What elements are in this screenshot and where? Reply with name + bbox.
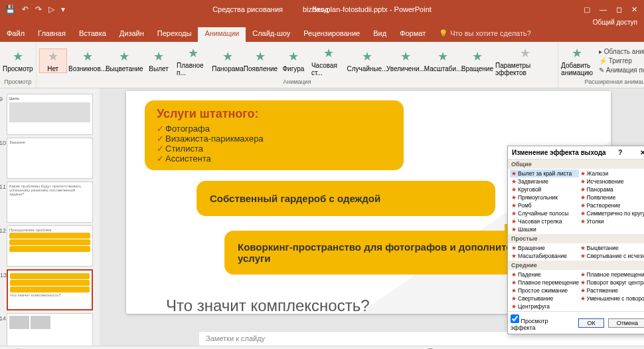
slide-thumbnails[interactable]: 9Цель 10Задание 11Какие проблемы будут п… — [0, 88, 100, 346]
eff-shrink-rot[interactable]: ★Уменьшение с поворотом — [579, 294, 645, 302]
thumb-11[interactable]: 11Какие проблемы будут препятствовать ус… — [7, 181, 93, 223]
tab-review[interactable]: Рецензирование — [297, 27, 366, 42]
ok-button[interactable]: ОК — [578, 318, 604, 328]
thumb-10[interactable]: 10Задание — [7, 138, 93, 179]
eff-float-up[interactable]: ★Плавное перемещение вверх — [579, 271, 645, 279]
share-button[interactable]: Общий доступ — [593, 19, 637, 26]
eff-collapse[interactable]: ★Свертывание — [510, 294, 579, 302]
start-slideshow-icon[interactable]: ▷ — [48, 5, 54, 14]
star-icon: ★ — [511, 295, 517, 302]
tab-home[interactable]: Главная — [31, 27, 72, 42]
anim-fade[interactable]: ★Выцветание — [108, 49, 141, 72]
star-icon: ★ — [511, 245, 517, 251]
services-box[interactable]: Услуги штатного: Фотографа Визажиста-пар… — [145, 100, 404, 170]
trigger-button[interactable]: ⚡ Триггер — [597, 57, 644, 65]
eff-float-down[interactable]: ★Плавное перемещение вниз — [510, 279, 579, 287]
eff-circle[interactable]: ★Круговой — [510, 185, 579, 193]
anim-grow[interactable]: ★Увеличени... — [389, 49, 423, 72]
anim-none[interactable]: ★Нет — [39, 49, 67, 73]
thumb-14[interactable]: 14 — [7, 313, 93, 346]
eff-stretch[interactable]: ★Растяжение — [579, 287, 645, 294]
anim-swivel[interactable]: ★Вращение — [463, 49, 491, 72]
animation-pane-button[interactable]: ▸ Область анимации — [597, 47, 644, 56]
close-icon[interactable]: ✕ — [631, 5, 637, 14]
eff-symmetric[interactable]: ★Симметрично по кругу — [579, 209, 645, 217]
eff-shrink[interactable]: ★Масштабирование — [510, 252, 579, 260]
star-icon: ★ — [48, 49, 58, 64]
add-animation-button[interactable]: ★Добавить анимацию — [561, 46, 593, 76]
anim-split[interactable]: ★Панорама — [214, 49, 242, 72]
eff-fade[interactable]: ★Выцветание — [579, 244, 645, 252]
eff-fly-out[interactable]: ★Вылет за край листа — [510, 170, 579, 177]
thumb-13[interactable]: 13Что значит комплексность? — [7, 269, 93, 310]
eff-diamond-rect[interactable]: ★Прямоугольник — [510, 193, 579, 201]
eff-panorama[interactable]: ★Панорама — [579, 185, 645, 193]
eff-split-diamond[interactable]: ★Ромб — [510, 201, 579, 209]
tab-file[interactable]: Файл — [0, 27, 31, 42]
eff-push[interactable]: ★Задвигание — [510, 177, 579, 185]
eff-centrifuge[interactable]: ★Центрифуга — [510, 302, 579, 310]
eff-disappear[interactable]: ★Исчезновение — [579, 177, 645, 185]
tab-format[interactable]: Формат — [393, 27, 432, 42]
thumb-12[interactable]: 12Преодоление проблем — [7, 225, 93, 267]
star-icon: ★ — [511, 178, 517, 185]
eff-fall[interactable]: ★Падение — [510, 271, 579, 279]
preview-effect-checkbox[interactable]: Просмотр эффекта — [511, 314, 570, 331]
anim-random[interactable]: ★Случайные... — [349, 49, 384, 72]
change-exit-effect-dialog: Изменение эффекта выхода ? ✕ Общие ★Выле… — [507, 146, 644, 334]
maximize-icon[interactable]: ◻ — [616, 5, 622, 14]
service-item: Фотографа — [157, 124, 392, 134]
eff-spin[interactable]: ★Поворот вокруг центра — [579, 279, 645, 287]
redo-icon[interactable]: ↷ — [35, 5, 42, 14]
star-icon: ★ — [580, 178, 586, 185]
star-icon: ★ — [580, 295, 586, 302]
star-icon: ★ — [511, 218, 517, 225]
close-dialog-icon[interactable]: ✕ — [640, 149, 644, 156]
eff-simple[interactable]: ★Простое сжимание — [510, 287, 579, 294]
eff-blinds[interactable]: ★Жалюзи — [579, 170, 645, 177]
eff-contract[interactable]: ★Вращение — [510, 244, 579, 252]
help-icon[interactable]: ? — [618, 149, 622, 156]
eff-clock[interactable]: ★Часовая стрелка — [510, 217, 579, 225]
eff-corners[interactable]: ★Уголки — [579, 217, 645, 225]
tab-slideshow[interactable]: Слайд-шоу — [246, 27, 297, 42]
contextual-tab-label: Средства рисования — [212, 5, 283, 13]
eff-zoom[interactable]: ★Свертывание с исчезновением — [579, 252, 645, 260]
group-preview: Просмотр — [4, 78, 31, 86]
wardrobe-box[interactable]: Собственный гардероб с одеждой — [197, 181, 495, 216]
ribbon-options-icon[interactable]: ▢ — [584, 5, 590, 14]
undo-icon[interactable]: ↶ — [22, 5, 29, 14]
effect-options[interactable]: ★Параметры эффектов — [495, 46, 555, 76]
minimize-icon[interactable]: — — [600, 5, 607, 13]
eff-checker[interactable]: ★Шашки — [510, 225, 579, 233]
tab-animations[interactable]: Анимации — [198, 27, 246, 42]
star-icon: ★ — [580, 253, 586, 259]
tab-insert[interactable]: Вставка — [72, 27, 113, 42]
eff-dissolve-appear[interactable]: ★Появление — [579, 193, 645, 201]
eff-random-bars[interactable]: ★Случайные полосы — [510, 209, 579, 217]
anim-zoom[interactable]: ★Масштаби... — [426, 49, 459, 72]
tab-view[interactable]: Вид — [366, 27, 393, 42]
tab-design[interactable]: Дизайн — [113, 27, 151, 42]
qat-more-icon[interactable]: ▾ — [61, 5, 65, 14]
star-icon: ★ — [511, 279, 517, 286]
anim-float-in[interactable]: ★Плавное п... — [177, 46, 210, 76]
anim-wipe[interactable]: ★Появление — [246, 49, 276, 72]
anim-shape[interactable]: ★Фигура — [280, 49, 307, 72]
preview-button[interactable]: ★ Просмотр — [3, 49, 33, 72]
service-item: Визажиста-парикмахера — [157, 134, 392, 144]
cancel-button[interactable]: Отмена — [608, 318, 644, 328]
anim-appear[interactable]: ★Возникнов... — [71, 49, 104, 72]
animation-painter-button[interactable]: ✎ Анимация по образцу — [597, 66, 644, 74]
anim-wheel[interactable]: ★Часовая ст... — [311, 46, 345, 76]
star-icon: ★ — [511, 170, 517, 177]
eff-dissolve[interactable]: ★Растворение — [579, 201, 645, 209]
slide-question[interactable]: Что значит комплексность? — [166, 296, 370, 314]
tell-me[interactable]: 💡 Что вы хотите сделать? — [432, 27, 538, 42]
anim-fly-in[interactable]: ★Вылет — [145, 49, 173, 72]
star-plus-icon: ★ — [572, 46, 582, 60]
thumb-9[interactable]: 9Цель — [7, 94, 93, 135]
save-icon[interactable]: 💾 — [5, 5, 15, 14]
slide-canvas[interactable]: Услуги штатного: Фотографа Визажиста-пар… — [100, 88, 644, 346]
tab-transitions[interactable]: Переходы — [151, 27, 199, 42]
